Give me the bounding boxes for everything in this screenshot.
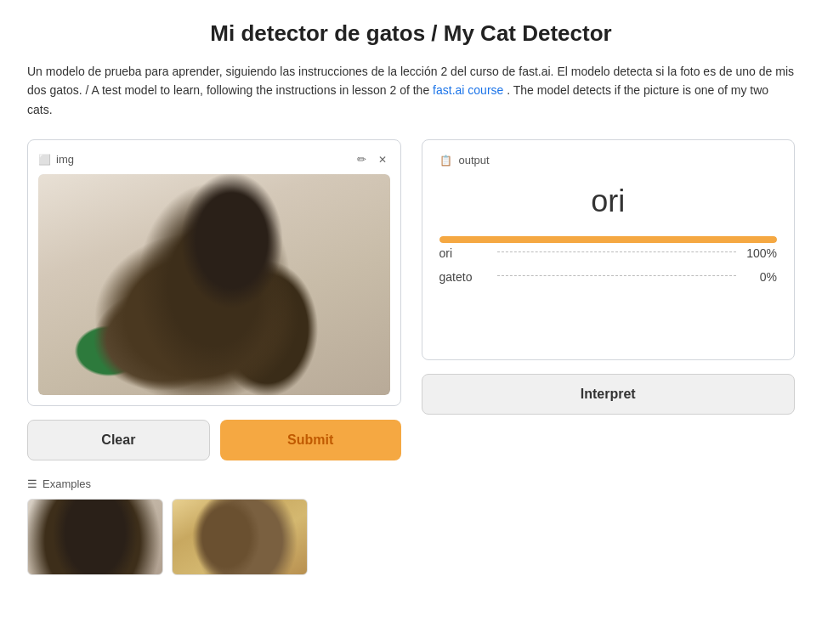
action-buttons-row: Clear Submit bbox=[27, 420, 401, 460]
edit-image-button[interactable] bbox=[354, 150, 370, 167]
clear-button[interactable]: Clear bbox=[27, 420, 210, 460]
image-box-header: img bbox=[38, 150, 390, 167]
gateto-label: gateto bbox=[439, 270, 490, 284]
gateto-dots bbox=[497, 275, 737, 276]
example-image-2[interactable] bbox=[172, 499, 308, 575]
examples-section: Examples bbox=[27, 477, 795, 575]
image-box-actions bbox=[354, 150, 390, 167]
page-title: Mi detector de gatos / My Cat Detector bbox=[27, 20, 795, 47]
example-image-1[interactable] bbox=[27, 499, 163, 575]
page-description: Un modelo de prueba para aprender, sigui… bbox=[27, 62, 795, 119]
examples-header: Examples bbox=[27, 477, 795, 490]
output-box: output ori ori 100% gateto 0% bbox=[422, 139, 796, 360]
output-box-header: output bbox=[439, 154, 778, 167]
gateto-confidence-row: gateto 0% bbox=[439, 270, 778, 284]
fastai-link[interactable]: fast.ai course bbox=[433, 83, 503, 97]
submit-button[interactable]: Submit bbox=[220, 420, 401, 460]
uploaded-image bbox=[38, 174, 390, 395]
output-icon bbox=[439, 154, 452, 167]
examples-grid bbox=[27, 499, 795, 575]
ori-label: ori bbox=[439, 246, 490, 260]
close-image-button[interactable] bbox=[375, 150, 390, 167]
ori-confidence-row: ori 100% bbox=[439, 246, 778, 260]
confidence-rows: ori 100% gateto 0% bbox=[439, 246, 778, 284]
edit-icon bbox=[357, 152, 366, 166]
img-icon bbox=[38, 153, 51, 166]
image-upload-box: img bbox=[27, 139, 401, 406]
gateto-pct: 0% bbox=[743, 270, 777, 284]
cat-image-visual bbox=[38, 174, 390, 395]
main-panel: img Clear Submit bbox=[27, 139, 795, 460]
close-icon bbox=[378, 152, 387, 166]
prediction-result: ori bbox=[439, 184, 778, 219]
examples-icon bbox=[27, 477, 37, 490]
ori-confidence-bar-container bbox=[439, 236, 778, 243]
examples-label: Examples bbox=[43, 477, 91, 490]
image-label-text: img bbox=[56, 153, 74, 166]
ori-pct: 100% bbox=[743, 246, 777, 260]
interpret-button[interactable]: Interpret bbox=[422, 374, 796, 415]
right-panel: output ori ori 100% gateto 0% In bbox=[422, 139, 796, 460]
image-box-label: img bbox=[38, 153, 74, 166]
left-panel: img Clear Submit bbox=[27, 139, 401, 460]
ori-confidence-bar-fill bbox=[439, 236, 778, 243]
output-label-text: output bbox=[457, 154, 491, 167]
ori-dots bbox=[497, 251, 737, 252]
